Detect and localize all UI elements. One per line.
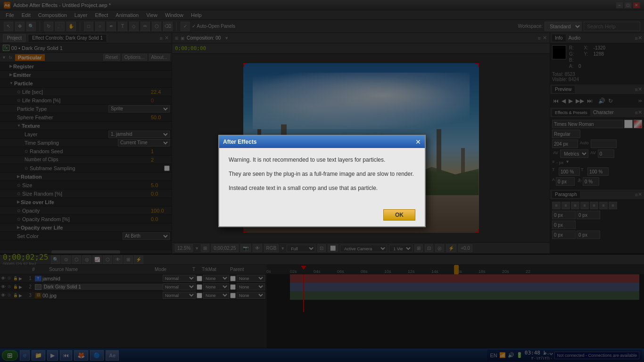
dialog-close-button[interactable]: ✕: [415, 138, 421, 146]
dialog-title: After Effects: [223, 139, 256, 145]
dialog-footer: OK: [219, 206, 425, 226]
dialog-content: Warning. It is not recommended to use te…: [219, 148, 425, 206]
dialog-overlay: After Effects ✕ Warning. It is not recom…: [0, 0, 644, 362]
dialog-line2: They are seen by the plug-in as a full-f…: [229, 170, 415, 178]
dialog-ok-button[interactable]: OK: [383, 209, 415, 221]
dialog-line4: Instead create text in a small comp and …: [229, 184, 415, 192]
dialog-line1: Warning. It is not recommended to use te…: [229, 156, 415, 164]
after-effects-dialog: After Effects ✕ Warning. It is not recom…: [218, 135, 426, 227]
dialog-title-bar: After Effects ✕: [219, 136, 425, 148]
